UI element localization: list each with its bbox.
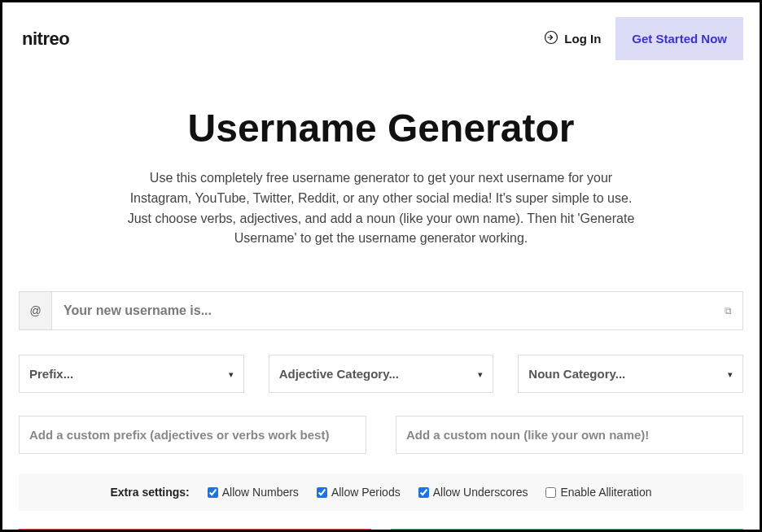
allow-periods-input[interactable] bbox=[317, 487, 327, 498]
selects-row: Prefix... ▾ Adjective Category... ▾ Noun… bbox=[19, 355, 743, 393]
page-description: Use this completely free username genera… bbox=[120, 168, 642, 249]
login-link[interactable]: Log In bbox=[544, 30, 601, 47]
main: Username Generator Use this completely f… bbox=[2, 68, 760, 532]
extra-settings: Extra settings: Allow Numbers Allow Peri… bbox=[19, 473, 743, 511]
logo[interactable]: nitreo bbox=[22, 28, 69, 50]
allow-underscores-input[interactable] bbox=[418, 487, 429, 498]
buttons-row: Generate Username Check Availability bbox=[19, 529, 743, 532]
allow-periods-checkbox[interactable]: Allow Periods bbox=[317, 486, 401, 499]
noun-select-wrap: Noun Category... ▾ bbox=[518, 355, 743, 393]
enable-alliteration-input[interactable] bbox=[545, 487, 556, 498]
adjective-select[interactable]: Adjective Category... bbox=[269, 355, 493, 392]
login-icon bbox=[544, 30, 558, 47]
generate-button[interactable]: Generate Username bbox=[19, 529, 371, 532]
custom-row bbox=[19, 416, 743, 454]
copy-icon[interactable]: ⧉ bbox=[713, 292, 742, 329]
header-right: Log In Get Started Now bbox=[544, 17, 743, 60]
noun-select[interactable]: Noun Category... bbox=[519, 355, 742, 392]
header: nitreo Log In Get Started Now bbox=[2, 2, 760, 68]
allow-underscores-checkbox[interactable]: Allow Underscores bbox=[418, 486, 528, 499]
custom-noun-input[interactable] bbox=[396, 416, 743, 454]
allow-numbers-input[interactable] bbox=[208, 487, 218, 498]
page-title: Username Generator bbox=[19, 106, 743, 150]
extra-settings-label: Extra settings: bbox=[110, 486, 189, 499]
username-output[interactable] bbox=[52, 292, 713, 329]
custom-prefix-input[interactable] bbox=[19, 416, 366, 454]
get-started-button[interactable]: Get Started Now bbox=[615, 17, 743, 60]
allow-numbers-checkbox[interactable]: Allow Numbers bbox=[208, 486, 299, 499]
adjective-select-wrap: Adjective Category... ▾ bbox=[269, 355, 494, 393]
at-symbol: @ bbox=[20, 292, 52, 329]
username-row: @ ⧉ bbox=[19, 291, 743, 330]
prefix-select[interactable]: Prefix... bbox=[20, 355, 243, 392]
login-label: Log In bbox=[564, 32, 601, 46]
enable-alliteration-checkbox[interactable]: Enable Alliteration bbox=[545, 486, 651, 499]
check-availability-button[interactable]: Check Availability bbox=[391, 529, 743, 532]
prefix-select-wrap: Prefix... ▾ bbox=[19, 355, 244, 393]
